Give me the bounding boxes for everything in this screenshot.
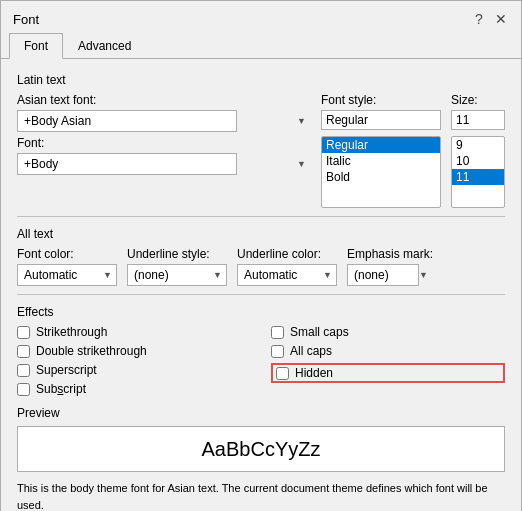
underline-style-label: Underline style: [127,247,227,261]
small-caps-label: Small caps [290,325,349,339]
superscript-label: Superscript [36,363,97,377]
title-bar-controls: ? ✕ [469,9,511,29]
effects-section: Strikethrough Double strikethrough Super… [17,325,505,396]
underline-style-wrapper: (none) [127,264,227,286]
size-group: Size: [451,93,505,130]
superscript-checkbox[interactable] [17,364,30,377]
subscript-underline: s [57,382,63,396]
style-label: Font style: [321,93,441,107]
double-strikethrough-checkbox[interactable] [17,345,30,358]
all-text-label: All text [17,227,505,241]
style-listbox[interactable]: Regular Italic Bold [321,136,441,208]
strikethrough-row: Strikethrough [17,325,251,339]
close-button[interactable]: ✕ [491,9,511,29]
font-dialog: Font ? ✕ Font Advanced Latin text Asian … [0,0,522,511]
size-listbox-group: 9 10 11 [451,136,505,208]
underline-color-wrapper: Automatic [237,264,337,286]
effects-col1: Strikethrough Double strikethrough Super… [17,325,251,396]
small-caps-row: Small caps [271,325,505,339]
all-caps-row: All caps [271,344,505,358]
title-bar: Font ? ✕ [1,1,521,33]
emphasis-mark-select[interactable]: (none) [347,264,419,286]
font-label: Font: [17,136,311,150]
hidden-row: Hidden [271,363,505,383]
latin-text-label: Latin text [17,73,505,87]
dialog-title: Font [13,12,39,27]
divider1 [17,216,505,217]
font-color-select[interactable]: Automatic [17,264,117,286]
size-input[interactable] [451,110,505,130]
double-strikethrough-label: Double strikethrough [36,344,147,358]
font-color-group: Font color: Automatic [17,247,117,286]
subscript-label: Subscript [36,382,86,396]
strikethrough-checkbox[interactable] [17,326,30,339]
tab-advanced[interactable]: Advanced [63,33,146,59]
asian-font-group: Asian text font: +Body Asian [17,93,311,132]
preview-label: Preview [17,406,505,420]
emphasis-mark-wrapper: (none) [347,264,433,286]
font-color-wrapper: Automatic [17,264,117,286]
subscript-checkbox[interactable] [17,383,30,396]
small-caps-checkbox[interactable] [271,326,284,339]
asian-font-label: Asian text font: [17,93,311,107]
tab-font[interactable]: Font [9,33,63,59]
style-input[interactable] [321,110,441,130]
preview-box: AaBbCcYyZz [17,426,505,472]
font-color-label: Font color: [17,247,117,261]
tab-bar: Font Advanced [1,33,521,59]
double-strikethrough-row: Double strikethrough [17,344,251,358]
asian-font-wrapper: +Body Asian [17,110,311,132]
size-listbox[interactable]: 9 10 11 [451,136,505,208]
help-button[interactable]: ? [469,9,489,29]
style-listbox-group: Regular Italic Bold [321,136,441,208]
underline-color-label: Underline color: [237,247,337,261]
font-select[interactable]: +Body [17,153,237,175]
dialog-content: Latin text Asian text font: +Body Asian … [1,59,521,511]
latin-text-row: Asian text font: +Body Asian Font style:… [17,93,505,132]
all-caps-label: All caps [290,344,332,358]
preview-section: Preview AaBbCcYyZz This is the body them… [17,406,505,511]
style-group: Font style: [321,93,441,130]
all-text-row: Font color: Automatic Underline style: (… [17,247,505,286]
underline-color-select[interactable]: Automatic [237,264,337,286]
emphasis-mark-group: Emphasis mark: (none) [347,247,433,286]
underline-style-group: Underline style: (none) [127,247,227,286]
all-caps-checkbox[interactable] [271,345,284,358]
info-text: This is the body theme font for Asian te… [17,480,505,511]
superscript-row: Superscript [17,363,251,377]
font-row2: Font: +Body Regular Italic Bold 9 [17,136,505,208]
font-wrapper: +Body [17,153,311,175]
underline-color-group: Underline color: Automatic [237,247,337,286]
underline-style-select[interactable]: (none) [127,264,227,286]
preview-text: AaBbCcYyZz [202,438,321,461]
asian-font-select[interactable]: +Body Asian [17,110,237,132]
subscript-row: Subscript [17,382,251,396]
font-group: Font: +Body [17,136,311,175]
effects-label: Effects [17,305,505,319]
emphasis-mark-label: Emphasis mark: [347,247,433,261]
hidden-checkbox[interactable] [276,367,289,380]
hidden-label: Hidden [295,366,333,380]
size-label: Size: [451,93,505,107]
divider2 [17,294,505,295]
effects-col2: Small caps All caps Hidden [271,325,505,396]
strikethrough-label: Strikethrough [36,325,107,339]
